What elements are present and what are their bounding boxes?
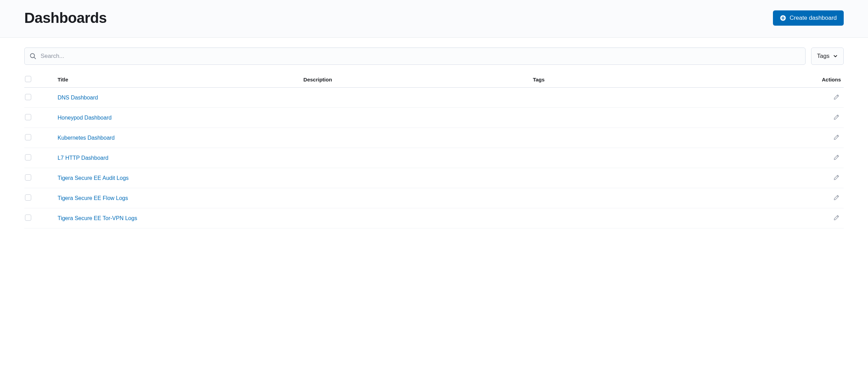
dashboard-tags xyxy=(530,128,776,148)
dashboard-description xyxy=(301,168,530,188)
page-header: Dashboards Create dashboard xyxy=(0,0,868,38)
page-title: Dashboards xyxy=(24,10,107,26)
pencil-icon xyxy=(833,114,840,121)
row-checkbox[interactable] xyxy=(25,114,31,120)
row-checkbox[interactable] xyxy=(25,134,31,140)
pencil-icon xyxy=(833,154,840,162)
table-row: Tigera Secure EE Audit Logs xyxy=(24,168,844,188)
svg-line-2 xyxy=(34,57,35,59)
chevron-down-icon xyxy=(833,54,838,59)
table-row: DNS Dashboard xyxy=(24,88,844,108)
tags-filter-button[interactable]: Tags xyxy=(811,47,844,65)
dashboard-link[interactable]: Tigera Secure EE Tor-VPN Logs xyxy=(58,215,137,221)
plus-circle-icon xyxy=(780,15,786,21)
dashboard-description xyxy=(301,148,530,168)
select-all-checkbox[interactable] xyxy=(25,76,31,82)
edit-button[interactable] xyxy=(832,113,841,123)
dashboard-link[interactable]: DNS Dashboard xyxy=(58,95,98,101)
create-dashboard-button[interactable]: Create dashboard xyxy=(773,10,844,26)
dashboards-table: Title Description Tags Actions DNS Dashb… xyxy=(24,72,844,228)
dashboard-link[interactable]: L7 HTTP Dashboard xyxy=(58,155,108,161)
dashboard-tags xyxy=(530,148,776,168)
dashboard-tags xyxy=(530,208,776,228)
row-checkbox[interactable] xyxy=(25,174,31,181)
table-header-row: Title Description Tags Actions xyxy=(24,72,844,88)
dashboard-description xyxy=(301,128,530,148)
search-input[interactable] xyxy=(36,48,800,64)
edit-button[interactable] xyxy=(832,213,841,223)
dashboard-link[interactable]: Honeypod Dashboard xyxy=(58,115,112,121)
edit-button[interactable] xyxy=(832,133,841,143)
dashboard-link[interactable]: Tigera Secure EE Audit Logs xyxy=(58,175,129,181)
column-actions: Actions xyxy=(776,72,844,88)
tags-filter-label: Tags xyxy=(817,53,829,60)
search-wrapper[interactable] xyxy=(24,47,806,65)
table-row: Tigera Secure EE Tor-VPN Logs xyxy=(24,208,844,228)
table-row: L7 HTTP Dashboard xyxy=(24,148,844,168)
column-tags: Tags xyxy=(530,72,776,88)
dashboard-description xyxy=(301,188,530,208)
edit-button[interactable] xyxy=(832,173,841,183)
search-icon xyxy=(29,53,36,60)
pencil-icon xyxy=(833,215,840,222)
dashboard-description xyxy=(301,108,530,128)
dashboard-tags xyxy=(530,108,776,128)
dashboard-link[interactable]: Tigera Secure EE Flow Logs xyxy=(58,195,128,201)
content: Tags Title Description Tags Actions DNS … xyxy=(0,38,868,238)
row-checkbox[interactable] xyxy=(25,194,31,201)
edit-button[interactable] xyxy=(832,153,841,163)
dashboard-description xyxy=(301,88,530,108)
dashboard-tags xyxy=(530,188,776,208)
pencil-icon xyxy=(833,134,840,141)
column-description: Description xyxy=(301,72,530,88)
table-row: Kubernetes Dashboard xyxy=(24,128,844,148)
search-filter-row: Tags xyxy=(24,47,844,65)
column-title[interactable]: Title xyxy=(55,72,301,88)
table-row: Tigera Secure EE Flow Logs xyxy=(24,188,844,208)
pencil-icon xyxy=(833,94,840,101)
dashboard-tags xyxy=(530,168,776,188)
row-checkbox[interactable] xyxy=(25,154,31,160)
row-checkbox[interactable] xyxy=(25,94,31,100)
dashboard-tags xyxy=(530,88,776,108)
pencil-icon xyxy=(833,174,840,182)
table-row: Honeypod Dashboard xyxy=(24,108,844,128)
edit-button[interactable] xyxy=(832,93,841,103)
create-button-label: Create dashboard xyxy=(790,15,837,21)
dashboard-link[interactable]: Kubernetes Dashboard xyxy=(58,135,115,141)
edit-button[interactable] xyxy=(832,193,841,203)
row-checkbox[interactable] xyxy=(25,215,31,221)
dashboard-description xyxy=(301,208,530,228)
pencil-icon xyxy=(833,194,840,202)
